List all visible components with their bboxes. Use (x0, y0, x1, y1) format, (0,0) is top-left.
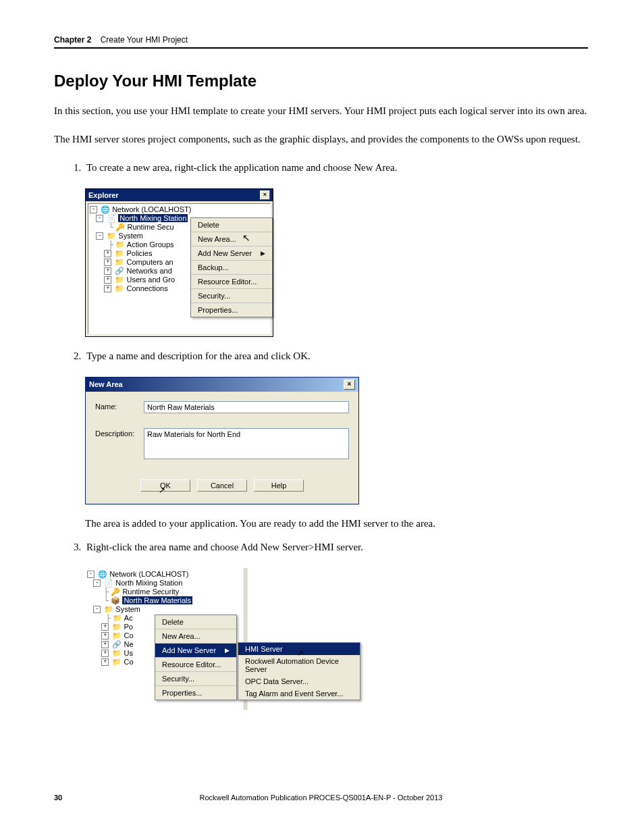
steps-list-3: Right-click the area name and choose Add… (54, 540, 588, 554)
section-heading: Deploy Your HMI Template (54, 72, 588, 90)
description-label: Description: (95, 428, 144, 459)
explorer-titlebar: Explorer × (86, 189, 273, 201)
chevron-right-icon: ▶ (261, 250, 265, 257)
name-label: Name: (95, 401, 144, 413)
folder-icon: 📁 (112, 649, 122, 657)
description-input[interactable]: Raw Materials for North End (144, 428, 349, 459)
folder-icon: 📁 (112, 623, 122, 631)
key-icon: 🔑 (111, 588, 120, 596)
page-number: 30 (54, 793, 62, 802)
chapter-title: Create Your HMI Project (101, 35, 188, 45)
tree-app-selected[interactable]: North Mixing Station (118, 214, 188, 222)
header-left: Chapter 2 Create Your HMI Project (54, 35, 188, 45)
folder-icon: 📁 (115, 240, 125, 249)
app-icon: 📄 (107, 214, 116, 222)
close-icon[interactable]: × (344, 380, 355, 390)
ok-button[interactable]: OK (140, 479, 190, 492)
tree3-runtime: Runtime Security (122, 588, 179, 596)
app-icon: 📄 (104, 579, 113, 587)
dialog-titlebar: New Area × (86, 377, 358, 392)
tree3-network: Network (LOCALHOST) (109, 570, 188, 578)
cursor-icon: ↖ (297, 648, 304, 658)
steps-list-2: Type a name and description for the area… (54, 349, 588, 363)
ctx-security[interactable]: Security... (191, 289, 272, 303)
folder-icon: 📁 (112, 658, 122, 666)
explorer-title-text: Explorer (88, 191, 119, 199)
figure-explorer: Explorer × - 🌐 Network (LOCALHOST) - 📄 N… (85, 188, 588, 337)
folder-icon: 📁 (112, 631, 122, 640)
tree-connections: Connections (127, 284, 168, 292)
network-icon: 🌐 (98, 570, 107, 578)
tree-action-groups: Action Groups (127, 240, 174, 249)
ctx2-properties[interactable]: Properties... (155, 686, 236, 700)
submenu-opc-server[interactable]: OPC Data Server... (238, 675, 360, 687)
tree3-us: Us (124, 649, 133, 657)
new-area-dialog: New Area × Name: North Raw Materials Des… (85, 377, 359, 504)
folder-icon: 📁 (115, 258, 124, 266)
tree3-app: North Mixing Station (115, 579, 182, 587)
steps-list: To create a new area, right-click the ap… (54, 161, 588, 175)
dialog-title-text: New Area (89, 380, 123, 388)
ctx2-delete[interactable]: Delete (155, 615, 236, 629)
ctx2-new-area[interactable]: New Area... (155, 629, 236, 644)
tree-network: Network (LOCALHOST) (112, 205, 191, 213)
chapter-number: Chapter 2 (54, 35, 91, 45)
publication-info: Rockwell Automation Publication PROCES-Q… (200, 793, 443, 802)
ctx-new-area[interactable]: New Area... (191, 232, 272, 246)
network-icon: 🔗 (115, 267, 124, 275)
tree-runtime-sec: Runtime Secu (127, 223, 173, 231)
page-header: Chapter 2 Create Your HMI Project (54, 35, 588, 49)
tree3-co2: Co (124, 658, 134, 666)
tree-policies: Policies (127, 249, 153, 257)
key-icon: 🔑 (115, 223, 125, 231)
submenu-ra-device-server[interactable]: Rockwell Automation Device Server (238, 655, 360, 675)
folder-icon: 📁 (104, 605, 113, 613)
explorer-window: Explorer × - 🌐 Network (LOCALHOST) - 📄 N… (85, 188, 273, 337)
tree-computers: Computers an (127, 258, 173, 266)
context-menu-2: Delete New Area... Add New Server▶ Resou… (155, 615, 237, 700)
ctx-delete[interactable]: Delete (191, 218, 272, 232)
help-button[interactable]: Help (254, 479, 304, 492)
ctx2-resource-editor[interactable]: Resource Editor... (155, 658, 236, 672)
figure-add-server: - 🌐 Network (LOCALHOST) - 📄 North Mixing… (85, 568, 588, 710)
tree-system: System (118, 232, 143, 240)
tree3-po: Po (124, 623, 133, 631)
tree3-area-selected[interactable]: North Raw Materials (122, 596, 192, 604)
tree3-co: Co (124, 631, 134, 640)
tree3-ac: Ac (124, 614, 133, 622)
ctx2-add-server[interactable]: Add New Server▶ (155, 644, 236, 658)
add-server-tree: - 🌐 Network (LOCALHOST) - 📄 North Mixing… (85, 568, 364, 710)
ctx-resource-editor[interactable]: Resource Editor... (191, 275, 272, 289)
step-1: To create a new area, right-click the ap… (84, 161, 588, 175)
step-2: Type a name and description for the area… (84, 349, 588, 363)
step-2-note: The area is added to your application. Y… (85, 517, 588, 531)
folder-icon: 📁 (115, 249, 124, 257)
network-icon: 🌐 (101, 205, 110, 213)
tree-networks: Networks and (127, 267, 172, 275)
step-3: Right-click the area name and choose Add… (84, 540, 588, 554)
folder-icon: 📁 (113, 614, 122, 622)
submenu-tag-alarm[interactable]: Tag Alarm and Event Server... (238, 687, 360, 700)
network-icon: 🔗 (112, 640, 122, 648)
tree-users: Users and Gro (127, 276, 176, 284)
name-input[interactable]: North Raw Materials (144, 401, 349, 413)
intro-paragraph-1: In this section, you use your HMI templa… (54, 104, 588, 119)
chevron-right-icon: ▶ (225, 647, 230, 654)
folder-icon: 📁 (107, 232, 116, 240)
area-icon: 📦 (111, 596, 120, 604)
ctx2-security[interactable]: Security... (155, 672, 236, 686)
ctx-properties[interactable]: Properties... (191, 303, 272, 317)
ctx-backup[interactable]: Backup... (191, 261, 272, 275)
folder-icon: 📁 (115, 284, 124, 292)
tree3-system: System (115, 605, 140, 613)
tree3-ne: Ne (124, 640, 134, 648)
ctx-add-server[interactable]: Add New Server▶ (191, 246, 272, 261)
close-icon[interactable]: × (260, 190, 270, 200)
folder-icon: 📁 (115, 276, 124, 284)
context-menu: Delete New Area... Add New Server▶ Backu… (190, 217, 273, 317)
page-footer: 30 Rockwell Automation Publication PROCE… (54, 793, 588, 802)
figure-new-area-dialog: New Area × Name: North Raw Materials Des… (85, 377, 588, 504)
cancel-button[interactable]: Cancel (197, 479, 247, 492)
intro-paragraph-2: The HMI server stores project components… (54, 132, 588, 147)
